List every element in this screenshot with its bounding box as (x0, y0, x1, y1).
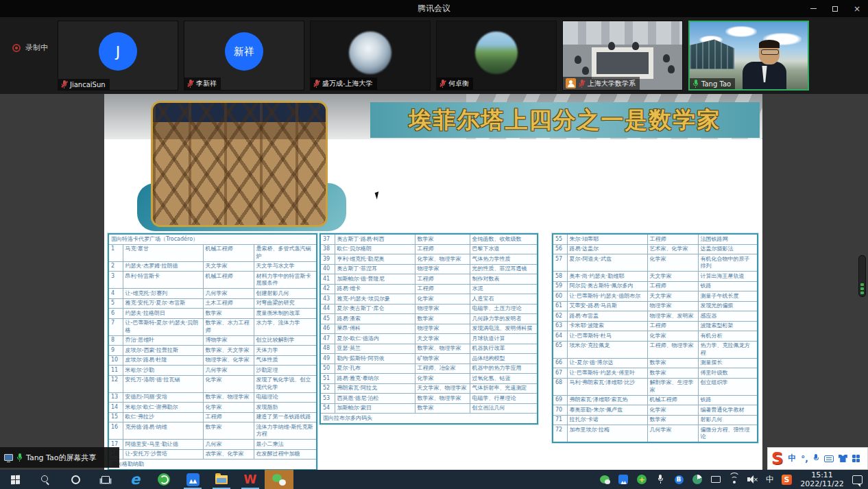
scientist-name: 路易·雅克·泰纳尔 (335, 374, 415, 384)
minimize-button[interactable] (802, 0, 824, 17)
participant-tile[interactable]: 盛万成-上海大学 (310, 21, 431, 91)
contribution: 铁路 (698, 395, 758, 405)
participant-tile[interactable]: 新祥 李新祥 (184, 21, 304, 91)
profession: 工程师 (647, 321, 698, 331)
task-view-button[interactable] (91, 470, 121, 489)
profession: 解剖学家、生理学家 (647, 378, 698, 395)
names-table-right: 55朱尔·珀蒂耶工程师法国铁路网56路易·达盖尔艺术家、化学家达盖尔摄影法57夏… (552, 233, 758, 443)
voice-input-icon[interactable] (813, 454, 819, 463)
table-row: 70泰奥菲勒-朱尔·佩卢兹化学家编著普通化学教材 (553, 405, 758, 416)
participant-tile[interactable]: 上海大学数学系 (562, 21, 683, 91)
profession: 工程师 (647, 234, 698, 244)
contribution: 材料力学中的特雷斯卡屈服条件 (254, 272, 317, 289)
bluetooth-tray-icon[interactable]: B (673, 474, 684, 485)
toolbox-icon[interactable] (852, 455, 860, 462)
ime-language-indicator[interactable]: 中 (766, 474, 774, 486)
clock-date: 2022/11/22 (799, 479, 845, 488)
table-row: 61艾蒂安-路易·马吕斯物理学家发现光的偏振 (553, 301, 758, 311)
table-row: 38欧仁·贝尔格朗工程师巴黎下水道 (320, 244, 538, 254)
profession: 天文学家、物理学家 (415, 383, 470, 394)
contribution: 气体折射率、光速测定 (470, 383, 538, 394)
device-tray-icon[interactable] (710, 474, 721, 485)
scientist-name: 夏尔-欧仁·德洛内 (335, 334, 415, 344)
virtual-keyboard-icon[interactable] (824, 455, 834, 462)
microphone-tray-icon[interactable] (655, 474, 666, 485)
screen-share-toast[interactable]: Tang Tao的屏幕共享 (0, 447, 119, 468)
row-number: 52 (320, 383, 335, 394)
wps-button[interactable]: W (236, 470, 265, 489)
profession: 农学家、化学家 (203, 449, 254, 460)
edge-button[interactable]: e (121, 470, 149, 489)
scientist-name: 朱尔·珀蒂耶 (567, 234, 647, 244)
table-row: 72加布里埃尔·拉梅几何学家偏微分方程、弹性理论 (553, 425, 758, 443)
row-number: 40 (320, 264, 335, 274)
start-button[interactable] (0, 470, 30, 489)
ime-toolbar: S 中 °, (767, 447, 868, 470)
names-table-middle: 37奥古斯丁·路易·柯西数学家全纯函数、收敛级数38欧仁·贝尔格朗工程师巴黎下水… (320, 233, 538, 425)
profession: 机械工程师 (203, 244, 254, 261)
chinese-mode-icon[interactable]: 中 (788, 453, 796, 464)
scientist-name: 马利·弗朗索瓦·泽维耶·比沙 (567, 378, 647, 395)
tencent-meeting-tray-icon[interactable]: ▲▲ (618, 474, 629, 485)
row-number: 3 (108, 272, 123, 289)
action-center-icon[interactable] (852, 475, 863, 484)
row-number: 41 (320, 274, 335, 285)
profession: 工程师、冶金家 (415, 363, 470, 374)
table-row: 46莱昂·傅科物理学家发现涡电流、发明傅科摆 (320, 324, 538, 334)
contribution: 电磁学、土压力理论 (470, 304, 538, 314)
sogou-logo-icon[interactable]: S (771, 451, 783, 467)
scientist-name: 皮埃尔-西蒙·拉普拉斯 (123, 346, 203, 356)
table-row: 8乔治·居维叶博物学家创立比较解剖学 (108, 335, 317, 346)
participant-name: JiancaiSun (70, 81, 106, 88)
wechat-tray-icon[interactable] (599, 474, 610, 485)
row-number: 59 (553, 281, 567, 291)
scientist-name: 路易·布雷盖 (567, 311, 647, 322)
wechat-button[interactable] (265, 470, 293, 489)
sogou-tray-icon[interactable]: S (782, 475, 792, 485)
scientist-name: 让·巴蒂斯特·约瑟夫·德朗布尔 (567, 291, 647, 302)
table-row: 39亨利·维克托·勒尼奥化学家、物理学家气体热力学性质 (320, 254, 538, 265)
file-explorer-button[interactable] (207, 470, 236, 489)
participant-tile[interactable]: J JiancaiSun (58, 21, 178, 91)
scientist-name: 克劳德·路易·纳维 (123, 422, 203, 440)
skin-icon[interactable] (839, 455, 847, 462)
security-pie-tray-icon[interactable] (692, 474, 703, 485)
name-tag: 上海大学数学系 (563, 77, 640, 90)
participant-tile-active-speaker[interactable]: Tang Tao (688, 21, 809, 91)
profession: 化学家 (647, 405, 698, 416)
profession: 物理学家、发明家 (647, 311, 698, 322)
browser-360-icon (158, 473, 170, 486)
participant-name: Tang Tao (701, 80, 731, 88)
contribution: 流体力学纳维-斯托克斯方程 (254, 422, 317, 440)
scientist-name: 雅克-约瑟夫·埃贝尔曼 (335, 294, 415, 305)
row-number: 64 (553, 331, 567, 342)
contribution: 波隆索型桁架 (698, 321, 758, 331)
booster-ball-tray-icon[interactable]: + (636, 474, 647, 485)
row-number: 72 (553, 425, 567, 443)
tencent-meeting-icon: ▲▲ (186, 473, 200, 486)
profession: 博物学家 (203, 335, 254, 346)
wifi-icon[interactable] (729, 475, 740, 484)
close-button[interactable]: × (846, 0, 868, 17)
table-row: 12安托万-洛朗·德·拉瓦锡化学家发现了氧化学说、创立现代化学 (108, 375, 317, 392)
participant-tile[interactable]: 何卓衡 (436, 21, 557, 91)
table-row: 3昂利·特雷斯卡机械工程师材料力学中的特雷斯卡屈服条件 (108, 272, 317, 289)
taskbar-clock[interactable]: 15:11 2022/11/22 (799, 470, 845, 488)
contribution: 发现涡电流、发明傅科摆 (470, 324, 538, 334)
contribution: 沙勒定理 (254, 366, 317, 376)
punctuation-icon[interactable]: °, (801, 454, 808, 464)
audio-level-indicator (858, 255, 866, 297)
wps-icon: W (244, 474, 257, 486)
volume-muted-icon[interactable]: × (747, 475, 758, 484)
scientist-name: 亨利·维克托·勒尼奥 (335, 254, 415, 265)
scientist-name: 路易·潘索 (335, 314, 415, 324)
tencent-meeting-button[interactable]: ▲▲ (178, 470, 207, 489)
scientist-name: 莱昂·傅科 (335, 324, 415, 334)
scientist-name: 约瑟夫·拉格朗日 (123, 309, 203, 319)
maximize-button[interactable] (824, 0, 846, 17)
search-button[interactable] (30, 470, 60, 489)
name-tag: 盛万成-上海大学 (311, 77, 377, 90)
cortana-button[interactable] (60, 470, 91, 489)
table-row: 66让-夏尔·德·博尔达数学家测量摆长 (553, 358, 758, 368)
browser-360-button[interactable] (149, 470, 178, 489)
